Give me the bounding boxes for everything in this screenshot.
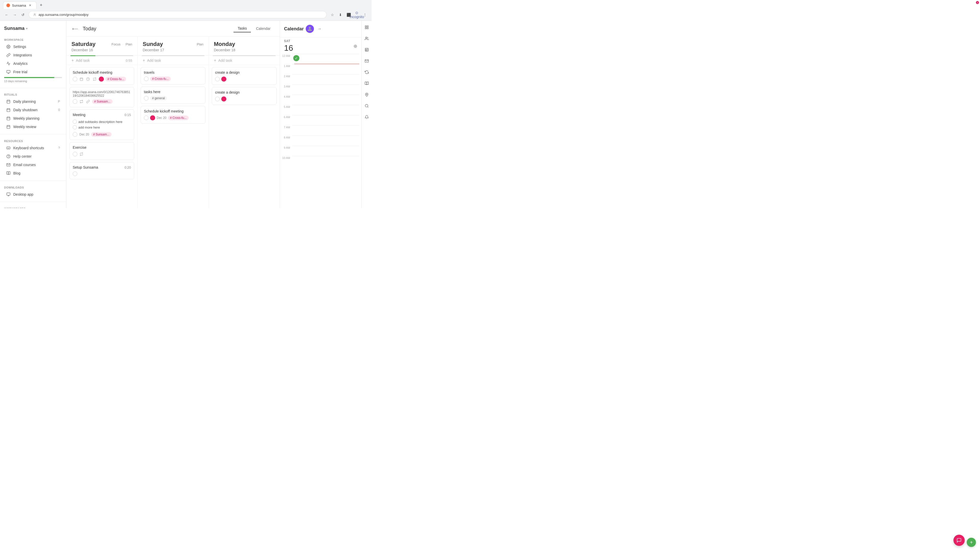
saturday-column: Saturday December 16 Focus · Plan + bbox=[66, 37, 138, 208]
task-check-design-1[interactable] bbox=[215, 77, 220, 81]
svg-rect-19 bbox=[6, 147, 10, 149]
time-slot-8am bbox=[292, 135, 360, 146]
sidebar-item-desktop-app[interactable]: Desktop app bbox=[2, 190, 64, 198]
task-setup-sunsama[interactable]: Setup Sunsama 0:20 bbox=[69, 162, 134, 179]
svg-point-0 bbox=[34, 14, 35, 15]
user-avatar bbox=[306, 25, 314, 33]
logo-text: Sunsama bbox=[4, 26, 24, 31]
task-title-design-1: create a design bbox=[215, 70, 273, 75]
subtask-check-1[interactable] bbox=[73, 120, 77, 124]
notification-icon[interactable]: 4 bbox=[363, 114, 370, 121]
svg-rect-2 bbox=[6, 70, 10, 73]
saturday-plan-btn[interactable]: Plan bbox=[126, 42, 132, 47]
task-travels[interactable]: travels # Cross-fu... bbox=[141, 67, 205, 84]
task-check-design-2[interactable] bbox=[215, 97, 220, 101]
time-label-12am: 12 AM bbox=[282, 54, 292, 57]
monday-add-task[interactable]: + Add task bbox=[209, 56, 280, 65]
refresh-button[interactable]: ↺ bbox=[19, 11, 27, 18]
task-schedule-kickoff-sunday[interactable]: Schedule kickoff meeting Dec 20 # Cross-… bbox=[141, 106, 205, 124]
search-icon[interactable] bbox=[363, 102, 370, 110]
sidebar-item-help-center[interactable]: Help center bbox=[2, 152, 64, 160]
task-create-design-1[interactable]: create a design bbox=[212, 67, 277, 85]
integrations-label: Integrations bbox=[13, 53, 60, 57]
notebook-icon[interactable] bbox=[363, 80, 370, 87]
back-button[interactable]: ← bbox=[3, 11, 10, 18]
back-nav-button[interactable]: ⟵ bbox=[72, 25, 79, 32]
task-meeting[interactable]: Meeting 0:15 add subtasks description he… bbox=[69, 110, 134, 140]
task-check-setup[interactable] bbox=[73, 171, 77, 176]
today-label: Today bbox=[83, 26, 229, 32]
url-bar[interactable]: app.sunsama.com/group/moodjoy bbox=[29, 11, 327, 18]
forward-button[interactable]: → bbox=[11, 11, 18, 18]
grid-view-icon[interactable] bbox=[363, 24, 370, 31]
sidebar-item-blog[interactable]: Blog bbox=[2, 169, 64, 177]
sidebar-item-free-trial[interactable]: Free trial bbox=[2, 68, 64, 76]
sidebar-item-settings[interactable]: Settings bbox=[2, 43, 64, 51]
download-button[interactable]: ⬇ bbox=[337, 11, 344, 18]
sidebar-item-integrations[interactable]: Integrations bbox=[2, 51, 64, 59]
task-exercise[interactable]: Exercise bbox=[69, 142, 134, 160]
task-url[interactable]: https://app.asana.com/0/1206174676385119… bbox=[69, 87, 134, 107]
analytics-label: Analytics bbox=[13, 62, 60, 65]
email-courses-label: Email courses bbox=[13, 163, 60, 167]
task-check-url[interactable] bbox=[73, 99, 77, 104]
sidebar-item-daily-shutdown[interactable]: Daily shutdown 0 bbox=[2, 106, 64, 114]
sunday-add-task[interactable]: + Add task bbox=[138, 56, 208, 65]
task-check-kickoff[interactable] bbox=[73, 77, 77, 81]
task-tasks-here[interactable]: tasks here # general bbox=[141, 86, 205, 104]
menu-button[interactable]: ⋮ bbox=[361, 11, 369, 18]
main-header: ⟵ Today Tasks Calendar bbox=[66, 21, 280, 37]
calendar-icon[interactable] bbox=[79, 76, 84, 82]
time-label-6am: 6 AM bbox=[282, 115, 292, 119]
tab-tasks[interactable]: Tasks bbox=[234, 25, 251, 32]
sidebar-item-email-courses[interactable]: Email courses bbox=[2, 161, 64, 169]
task-check-tasks-here[interactable] bbox=[144, 96, 148, 100]
browser-actions: ☆ ⬇ ⬛ ⊙ Incognito ⋮ bbox=[329, 11, 369, 18]
subtask-check-2[interactable] bbox=[73, 125, 77, 129]
svg-line-40 bbox=[368, 106, 368, 107]
tab-close-button[interactable]: ✕ bbox=[28, 3, 32, 7]
location-icon[interactable] bbox=[363, 91, 370, 98]
tab-calendar[interactable]: Calendar bbox=[252, 25, 275, 32]
task-create-design-2[interactable]: create a design bbox=[212, 87, 277, 105]
new-tab-button[interactable]: + bbox=[38, 2, 45, 9]
people-icon[interactable] bbox=[363, 35, 370, 42]
saturday-add-task[interactable]: + Add task 0:55 bbox=[66, 56, 137, 65]
task-check-travels[interactable] bbox=[144, 76, 148, 81]
link-icon[interactable] bbox=[86, 99, 91, 104]
task-schedule-kickoff[interactable]: Schedule kickoff meeting bbox=[69, 67, 134, 85]
sidebar-item-weekly-planning[interactable]: Weekly planning bbox=[2, 114, 64, 122]
task-url-text: https://app.asana.com/0/1206174676385119… bbox=[73, 90, 131, 97]
weekly-planning-label: Weekly planning bbox=[13, 116, 60, 121]
repeat-icon-3[interactable] bbox=[79, 151, 84, 157]
sync-icon[interactable] bbox=[363, 68, 370, 76]
sidebar-item-analytics[interactable]: Analytics bbox=[2, 59, 64, 68]
cal-day-num: 16 bbox=[284, 43, 293, 53]
task-check-kickoff-sunday[interactable] bbox=[144, 116, 148, 120]
cal-zoom-in[interactable]: ⊕ bbox=[353, 43, 357, 49]
repeat-icon-2[interactable] bbox=[79, 99, 84, 104]
task-check-exercise[interactable] bbox=[73, 152, 77, 156]
app: Sunsama ▾ WORKSPACE Settings Integration… bbox=[0, 21, 372, 208]
profile-button[interactable]: ⊙ Incognito bbox=[353, 11, 360, 18]
repeat-icon[interactable] bbox=[92, 76, 97, 82]
sidebar-item-daily-planning[interactable]: Daily planning P bbox=[2, 97, 64, 106]
logo-area[interactable]: Sunsama ▾ bbox=[0, 24, 66, 35]
sidebar-item-keyboard-shortcuts[interactable]: Keyboard shortcuts ? bbox=[2, 144, 64, 152]
calendar-collapse-button[interactable]: → bbox=[316, 25, 323, 32]
saturday-date: December 16 bbox=[72, 48, 95, 52]
mail-icon[interactable] bbox=[363, 57, 370, 65]
bookmark-button[interactable]: ☆ bbox=[329, 11, 336, 18]
clock-icon[interactable] bbox=[86, 76, 91, 82]
table-icon[interactable] bbox=[363, 46, 370, 53]
task-date-kickoff-sunday: Dec 20 bbox=[157, 116, 166, 120]
sidebar-item-weekly-review[interactable]: Weekly review bbox=[2, 123, 64, 131]
task-avatar-kickoff bbox=[99, 76, 104, 82]
weekly-review-label: Weekly review bbox=[13, 125, 60, 129]
daily-planning-badge: P bbox=[58, 100, 60, 103]
task-check-meeting[interactable] bbox=[73, 132, 77, 137]
sunday-plan-btn[interactable]: Plan bbox=[197, 42, 204, 47]
saturday-focus-btn[interactable]: Focus bbox=[111, 42, 121, 47]
active-tab: Sunsama ✕ bbox=[3, 2, 37, 9]
task-tag-tasks-here: # general bbox=[150, 96, 167, 100]
